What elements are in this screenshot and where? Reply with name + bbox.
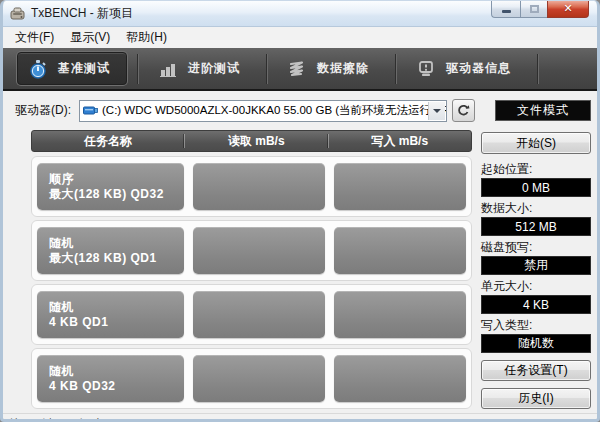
minimize-icon [502, 10, 511, 13]
bar-chart-icon [158, 59, 178, 79]
task-type: 随机 [49, 300, 184, 315]
field-label: 数据大小: [481, 202, 591, 215]
toolbar: 基准测试 进阶测试 数据擦除 [3, 48, 597, 91]
table-row: 顺序 最大(128 KB) QD32 [31, 156, 472, 217]
toolbar-separator [266, 54, 267, 84]
read-value-cell [193, 163, 325, 210]
file-mode-button[interactable]: 文件模式 [495, 100, 591, 121]
combo-dropdown-zone[interactable] [428, 102, 445, 120]
field-label: 磁盘预写: [481, 241, 591, 254]
drive-info-icon [416, 59, 436, 79]
tab-label: 数据擦除 [317, 60, 369, 77]
toolbar-separator [537, 54, 538, 84]
read-value-cell [193, 355, 325, 402]
refresh-drives-button[interactable] [452, 99, 475, 122]
table-header: 任务名称 读取 mB/s 写入 mB/s [31, 130, 472, 152]
tab-data-erase[interactable]: 数据擦除 [277, 52, 385, 85]
erase-scribble-icon [287, 59, 307, 79]
task-type: 随机 [49, 364, 184, 379]
tab-benchmark-test[interactable]: 基准测试 [17, 52, 127, 85]
field-label: 起始位置: [481, 163, 591, 176]
write-type-value: 随机数 [481, 334, 591, 353]
menu-file[interactable]: 文件(F) [7, 27, 62, 48]
data-size-field: 数据大小: 512 MB [481, 202, 591, 236]
task-type: 顺序 [49, 172, 184, 187]
write-value-cell [334, 355, 466, 402]
task-type: 随机 [49, 236, 184, 251]
maximize-icon [530, 5, 539, 13]
task-settings-button[interactable]: 任务设置(T) [481, 360, 591, 381]
read-value-cell [193, 227, 325, 274]
task-detail: 最大(128 KB) QD1 [49, 251, 184, 266]
start-position-field: 起始位置: 0 MB [481, 163, 591, 197]
task-name-cell: 随机 4 KB QD1 [37, 291, 184, 338]
maximize-button[interactable] [520, 0, 547, 18]
close-icon: ✕ [563, 2, 572, 15]
task-detail: 4 KB QD1 [49, 315, 184, 330]
content-area: 驱动器(D): (C:) WDC WD5000AZLX-00JKKA0 55.0… [3, 91, 597, 413]
menu-help[interactable]: 帮助(H) [118, 27, 175, 48]
header-write-speed: 写入 mB/s [329, 133, 472, 150]
table-row: 随机 4 KB QD32 [31, 348, 472, 409]
unit-size-value: 4 KB [481, 295, 591, 314]
tab-label: 基准测试 [58, 60, 110, 77]
app-window: TxBENCH - 新项目 ✕ 文件(F) 显示(V) 帮助(H) 基 [0, 0, 600, 422]
status-text: 按 F1 键显示帮助。 [9, 416, 114, 422]
stopwatch-icon [28, 59, 48, 79]
drive-select[interactable]: (C:) WDC WD5000AZLX-00JKKA0 55.00 GB (当前… [79, 100, 447, 122]
selected-drive-text: (C:) WDC WD5000AZLX-00JKKA0 55.00 GB (当前… [102, 103, 447, 118]
menu-view[interactable]: 显示(V) [62, 27, 118, 48]
task-name-cell: 顺序 最大(128 KB) QD32 [37, 163, 184, 210]
task-detail: 4 KB QD32 [49, 379, 184, 394]
read-value-cell [193, 291, 325, 338]
unit-size-field: 单元大小: 4 KB [481, 280, 591, 314]
tab-drive-info[interactable]: 驱动器信息 [406, 52, 527, 85]
disk-prewrite-value: 禁用 [481, 256, 591, 275]
title-bar: TxBENCH - 新项目 ✕ [3, 1, 597, 27]
field-label: 写入类型: [481, 319, 591, 332]
history-button[interactable]: 历史(I) [481, 388, 591, 409]
chevron-down-icon [433, 109, 441, 113]
task-name-cell: 随机 4 KB QD32 [37, 355, 184, 402]
drive-label: 驱动器(D): [15, 102, 79, 119]
drive-icon [83, 105, 98, 116]
drive-selector-row: 驱动器(D): (C:) WDC WD5000AZLX-00JKKA0 55.0… [3, 91, 597, 124]
start-position-value: 0 MB [481, 178, 591, 197]
write-value-cell [334, 291, 466, 338]
menu-bar: 文件(F) 显示(V) 帮助(H) [3, 27, 597, 48]
toolbar-separator [137, 54, 138, 84]
header-task-name: 任务名称 [32, 133, 184, 150]
write-value-cell [334, 163, 466, 210]
refresh-icon [456, 103, 471, 118]
status-bar: 按 F1 键显示帮助。 [3, 413, 597, 422]
minimize-button[interactable] [491, 0, 520, 18]
data-size-value: 512 MB [481, 217, 591, 236]
header-read-speed: 读取 mB/s [185, 133, 328, 150]
table-row: 随机 最大(128 KB) QD1 [31, 220, 472, 281]
field-label: 单元大小: [481, 280, 591, 293]
write-value-cell [334, 227, 466, 274]
app-icon [10, 7, 26, 21]
start-button[interactable]: 开始(S) [481, 132, 591, 154]
benchmark-table: 任务名称 读取 mB/s 写入 mB/s 顺序 最大(128 KB) QD32 [31, 130, 472, 409]
tab-label: 进阶测试 [188, 60, 240, 77]
task-name-cell: 随机 最大(128 KB) QD1 [37, 227, 184, 274]
toolbar-separator [395, 54, 396, 84]
window-title: TxBENCH - 新项目 [31, 5, 133, 22]
tab-label: 驱动器信息 [446, 60, 511, 77]
close-button[interactable]: ✕ [547, 0, 589, 18]
write-type-field: 写入类型: 随机数 [481, 319, 591, 353]
task-detail: 最大(128 KB) QD32 [49, 187, 184, 202]
tab-advanced-test[interactable]: 进阶测试 [148, 52, 256, 85]
disk-prewrite-field: 磁盘预写: 禁用 [481, 241, 591, 275]
table-row: 随机 4 KB QD1 [31, 284, 472, 345]
settings-panel: 开始(S) 起始位置: 0 MB 数据大小: 512 MB 磁盘预写: 禁用 单… [481, 130, 591, 409]
